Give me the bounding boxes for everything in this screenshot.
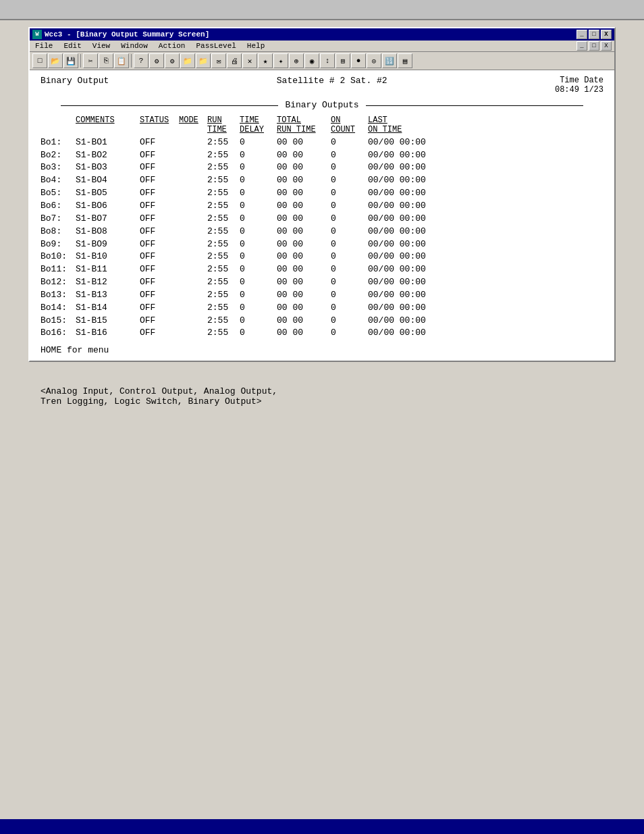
row-status: OFF	[140, 213, 179, 226]
toolbar-sep-2	[131, 54, 132, 68]
restore-button[interactable]: □	[589, 30, 599, 39]
menu-action[interactable]: Action	[156, 41, 188, 51]
row-oncount: 0	[331, 174, 368, 187]
header-left: Binary Output	[41, 76, 109, 86]
tb-btn17[interactable]: ●	[351, 53, 366, 68]
row-oncount: 0	[331, 136, 368, 149]
row-lastontime: 00/00 00:00	[368, 149, 435, 162]
tb-paste-button[interactable]: 📋	[114, 53, 129, 68]
row-totalruntime: 00 00	[277, 238, 331, 251]
app-title: Wcc3 - [Binary Output Summary Screen]	[45, 30, 209, 38]
table-row[interactable]: Bo10:S1-B10OFF2:55000 00000/00 00:00	[41, 251, 603, 263]
table-row[interactable]: Bo14:S1-B14OFF2:55000 00000/00 00:00	[41, 302, 603, 315]
row-mode	[179, 226, 207, 238]
tb-btn6[interactable]: 📁	[180, 53, 195, 68]
col-header-lastontime: LASTON TIME	[368, 115, 435, 135]
table-row[interactable]: Bo1:S1-BO1OFF2:55000 00000/00 00:00	[41, 136, 603, 149]
tb-btn14[interactable]: ◉	[304, 53, 319, 68]
tb-btn10[interactable]: ✕	[242, 53, 257, 68]
row-lastontime: 00/00 00:00	[368, 263, 435, 276]
row-id: Bo7:	[41, 213, 76, 226]
tb-btn4[interactable]: ⚙	[149, 53, 164, 68]
tb-btn9[interactable]: 🖨	[227, 53, 242, 68]
menu-bar: File Edit View Window Action PassLevel H…	[32, 41, 576, 51]
row-runtime: 2:55	[207, 238, 240, 251]
table-row[interactable]: Bo4:S1-BO4OFF2:55000 00000/00 00:00	[41, 174, 603, 187]
menu-help[interactable]: Help	[244, 41, 267, 51]
tb-btn7[interactable]: 📁	[196, 53, 211, 68]
row-mode	[179, 302, 207, 315]
tb-copy-button[interactable]: ⎘	[99, 53, 113, 68]
tb-btn11[interactable]: ★	[258, 53, 273, 68]
header-right: Time Date 08:49 1/23	[555, 76, 603, 95]
col-header-0	[41, 115, 76, 135]
row-runtime: 2:55	[207, 276, 240, 289]
tb-save-button[interactable]: 💾	[63, 53, 78, 68]
table-row[interactable]: Bo2:S1-BO2OFF2:55000 00000/00 00:00	[41, 149, 603, 162]
inner-minimize-button[interactable]: _	[576, 41, 587, 51]
table-row[interactable]: Bo5:S1-BO5OFF2:55000 00000/00 00:00	[41, 187, 603, 200]
row-mode	[179, 315, 207, 328]
table-row[interactable]: Bo7:S1-BO7OFF2:55000 00000/00 00:00	[41, 213, 603, 226]
table-row[interactable]: Bo13:S1-B13OFF2:55000 00000/00 00:00	[41, 289, 603, 302]
tb-btn16[interactable]: ⊞	[336, 53, 350, 68]
time-date-label: Time Date	[555, 76, 603, 85]
row-lastontime: 00/00 00:00	[368, 187, 435, 200]
row-comment: S1-B13	[76, 289, 140, 302]
time-date-value: 08:49 1/23	[555, 85, 603, 95]
tb-new-button[interactable]: □	[32, 53, 47, 68]
row-id: Bo2:	[41, 149, 76, 162]
row-status: OFF	[140, 251, 179, 263]
menu-window[interactable]: Window	[118, 41, 151, 51]
table-row[interactable]: Bo6:S1-BO6OFF2:55000 00000/00 00:00	[41, 200, 603, 213]
table-row[interactable]: Bo8:S1-BO8OFF2:55000 00000/00 00:00	[41, 226, 603, 238]
table-row[interactable]: Bo15:S1-B15OFF2:55000 00000/00 00:00	[41, 315, 603, 328]
table-row[interactable]: Bo11:S1-B11OFF2:55000 00000/00 00:00	[41, 263, 603, 276]
row-oncount: 0	[331, 187, 368, 200]
table-row[interactable]: Bo12:S1-B12OFF2:55000 00000/00 00:00	[41, 276, 603, 289]
tb-btn19[interactable]: 🔢	[382, 53, 397, 68]
toolbar: □ 📂 💾 ✂ ⎘ 📋 ? ⚙ ⚙ 📁 📁 ✉ 🖨 ✕ ★ ✦ ⊕ ◉	[30, 52, 614, 70]
menu-edit[interactable]: Edit	[61, 41, 84, 51]
row-totalruntime: 00 00	[277, 161, 331, 174]
row-status: OFF	[140, 315, 179, 328]
row-mode	[179, 136, 207, 149]
row-status: OFF	[140, 238, 179, 251]
row-mode	[179, 251, 207, 263]
row-lastontime: 00/00 00:00	[368, 161, 435, 174]
menu-view[interactable]: View	[90, 41, 113, 51]
menu-passlevel[interactable]: PassLevel	[193, 41, 238, 51]
row-status: OFF	[140, 136, 179, 149]
tb-open-button[interactable]: 📂	[48, 53, 63, 68]
tb-btn20[interactable]: ▤	[398, 53, 412, 68]
title-bar-left: W Wcc3 - [Binary Output Summary Screen]	[32, 30, 209, 39]
tb-btn15[interactable]: ↕	[320, 53, 335, 68]
row-comment: S1-B16	[76, 327, 140, 340]
row-runtime: 2:55	[207, 226, 240, 238]
row-lastontime: 00/00 00:00	[368, 251, 435, 263]
table-row[interactable]: Bo3:S1-BO3OFF2:55000 00000/00 00:00	[41, 161, 603, 174]
row-totalruntime: 00 00	[277, 302, 331, 315]
inner-close-button[interactable]: X	[601, 41, 612, 51]
tb-btn12[interactable]: ✦	[273, 53, 288, 68]
os-bottom-bar	[0, 819, 644, 834]
minimize-button[interactable]: _	[576, 30, 587, 39]
tb-cut-button[interactable]: ✂	[83, 53, 98, 68]
menu-file[interactable]: File	[32, 41, 55, 51]
section-title-text: Binary Outputs	[278, 100, 365, 110]
tb-btn3[interactable]: ?	[134, 53, 149, 68]
close-button[interactable]: X	[601, 30, 612, 39]
tb-btn5[interactable]: ⚙	[165, 53, 180, 68]
tb-btn18[interactable]: ⊙	[367, 53, 381, 68]
row-comment: S1-BO9	[76, 238, 140, 251]
row-runtime: 2:55	[207, 315, 240, 328]
row-totalruntime: 00 00	[277, 263, 331, 276]
row-comment: S1-BO2	[76, 149, 140, 162]
inner-restore-button[interactable]: □	[589, 41, 599, 51]
row-totalruntime: 00 00	[277, 200, 331, 213]
tb-btn13[interactable]: ⊕	[289, 53, 304, 68]
app-title-bar: W Wcc3 - [Binary Output Summary Screen] …	[30, 28, 614, 41]
table-row[interactable]: Bo9:S1-BO9OFF2:55000 00000/00 00:00	[41, 238, 603, 251]
tb-btn8[interactable]: ✉	[211, 53, 226, 68]
table-row[interactable]: Bo16:S1-B16OFF2:55000 00000/00 00:00	[41, 327, 603, 340]
